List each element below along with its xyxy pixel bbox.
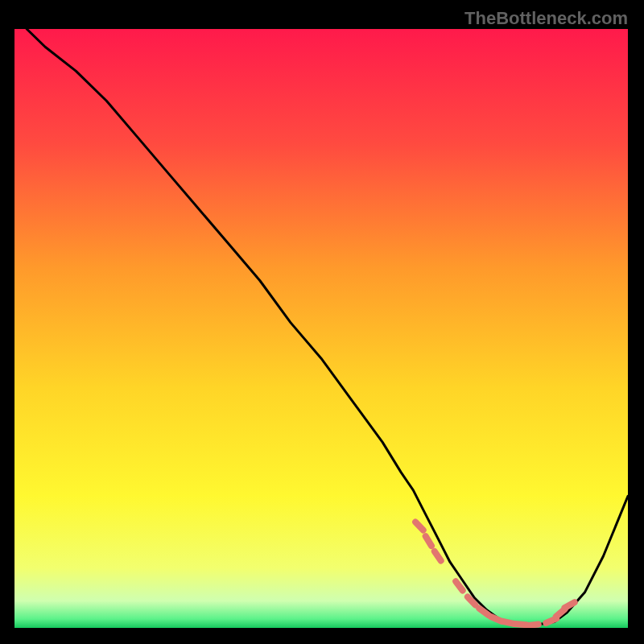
curve-marker xyxy=(527,625,539,626)
curve-marker xyxy=(491,617,502,621)
watermark-text: TheBottleneck.com xyxy=(464,8,628,29)
bottleneck-curve-chart xyxy=(14,29,628,628)
gradient-bg xyxy=(14,29,628,628)
chart-container: TheBottleneck.com xyxy=(0,0,644,644)
